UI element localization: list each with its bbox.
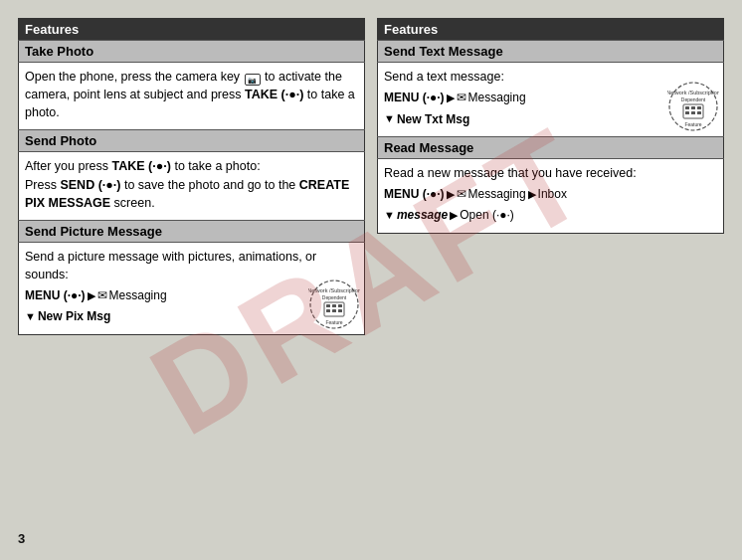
send-picture-message-header: Send Picture Message <box>19 220 365 242</box>
inbox-label: Inbox <box>538 186 567 203</box>
take-cmd-2: TAKE (·●·) <box>112 159 171 173</box>
svg-rect-4 <box>326 304 330 307</box>
page-wrapper: DRAFT Features Take Photo Open the phone… <box>0 0 742 560</box>
arrow-right-3: ▶ <box>447 187 455 203</box>
svg-text:Dependent: Dependent <box>322 294 347 300</box>
camera-icon: 📷 <box>245 74 261 86</box>
left-features-table: Features Take Photo Open the phone, pres… <box>18 18 365 335</box>
new-pix-msg-label: New Pix Msg <box>38 308 110 325</box>
page-number: 3 <box>18 531 25 546</box>
menu-cmd-right-1: MENU (·●·) <box>384 90 445 106</box>
open-label: Open (·●·) <box>460 207 514 224</box>
messaging-icon-right-2: ✉ <box>457 186 466 203</box>
messaging-label-right-2: Messaging <box>468 186 526 203</box>
menu-cmd-right-2: MENU (·●·) <box>384 186 445 203</box>
svg-rect-6 <box>338 304 342 307</box>
messaging-label-right-1: Messaging <box>468 90 526 106</box>
arrow-down-right-1: ▼ <box>384 111 395 127</box>
send-picture-message-body: Send a picture message with pictures, an… <box>19 242 365 334</box>
svg-rect-5 <box>332 304 336 307</box>
right-table-header: Features <box>378 19 724 41</box>
net-badge-left: Network /Subscription Dependent <box>308 279 360 330</box>
svg-rect-17 <box>697 106 701 109</box>
arrow-right-5: ▶ <box>450 208 458 224</box>
svg-rect-8 <box>332 309 336 312</box>
svg-rect-20 <box>697 111 701 114</box>
send-text-message-header: Send Text Message <box>378 41 724 63</box>
svg-text:Dependent: Dependent <box>681 96 706 102</box>
main-content: Features Take Photo Open the phone, pres… <box>0 0 742 345</box>
arrow-down-left: ▼ <box>25 309 36 325</box>
menu-cmd-left: MENU (·●·) <box>25 287 86 304</box>
read-message-body: Read a new message that you have receive… <box>378 158 724 233</box>
left-column: Features Take Photo Open the phone, pres… <box>18 18 365 335</box>
messaging-label-left: Messaging <box>109 287 167 304</box>
take-photo-header: Take Photo <box>19 41 365 63</box>
svg-text:Feature: Feature <box>325 319 342 325</box>
arrow-right-4: ▶ <box>528 187 536 203</box>
net-badge-right: Network /Subscription Dependent <box>667 81 719 132</box>
send-text-message-body: Send a text message: MENU (·●·) ▶ ✉ Mess… <box>378 63 724 137</box>
arrow-down-right-2: ▼ <box>384 208 395 224</box>
right-features-table: Features Send Text Message Send a text m… <box>377 18 724 234</box>
read-message-menu-line2: ▼ message ▶ Open (·●·) <box>384 207 717 224</box>
arrow-right-1: ▶ <box>88 288 95 304</box>
read-message-menu-line1: MENU (·●·) ▶ ✉ Messaging ▶ Inbox <box>384 186 717 203</box>
svg-text:Network /Subscription: Network /Subscription <box>667 90 719 95</box>
svg-text:Feature: Feature <box>684 121 701 127</box>
right-column: Features Send Text Message Send a text m… <box>377 18 724 335</box>
svg-rect-15 <box>685 106 689 109</box>
send-photo-body: After you press TAKE (·●·) to take a pho… <box>19 152 365 220</box>
net-badge-svg-right: Network /Subscription Dependent <box>667 81 719 132</box>
svg-text:Network /Subscription: Network /Subscription <box>308 287 360 293</box>
send-cmd: SEND (·●·) <box>60 178 120 192</box>
message-label: message <box>397 207 448 224</box>
svg-rect-16 <box>691 106 695 109</box>
arrow-right-2: ▶ <box>447 91 455 106</box>
read-message-header: Read Message <box>378 136 724 158</box>
new-txt-msg-label: New Txt Msg <box>397 111 469 128</box>
take-photo-body: Open the phone, press the camera key 📷 t… <box>19 63 365 130</box>
svg-rect-18 <box>685 111 689 114</box>
send-photo-header: Send Photo <box>19 130 365 152</box>
svg-rect-9 <box>338 309 342 312</box>
left-table-header: Features <box>19 19 365 41</box>
send-text-body-text: Send a text message: <box>384 70 504 84</box>
net-badge-svg-left: Network /Subscription Dependent <box>308 279 360 330</box>
messaging-icon-left: ✉ <box>97 287 107 304</box>
svg-rect-19 <box>691 111 695 114</box>
take-cmd: TAKE (·●·) <box>245 88 303 101</box>
svg-rect-7 <box>326 309 330 312</box>
messaging-icon-right-1: ✉ <box>457 90 466 106</box>
